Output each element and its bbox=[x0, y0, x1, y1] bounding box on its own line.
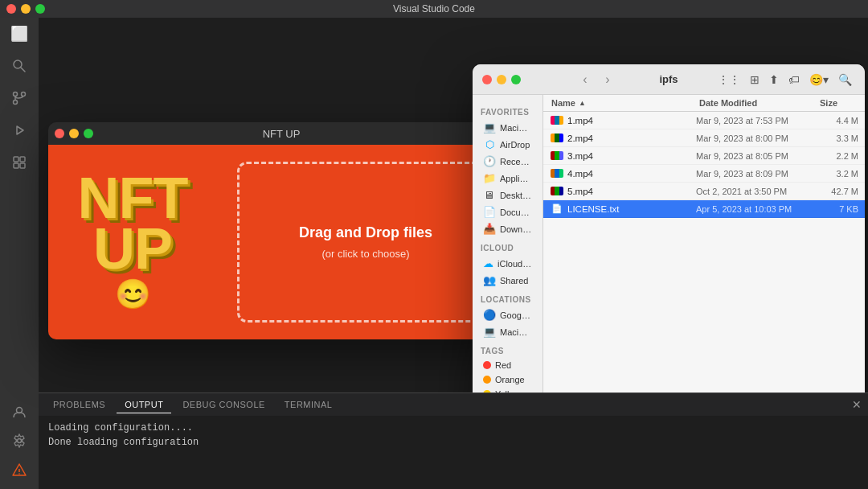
sidebar-item-tag-red[interactable]: Red bbox=[475, 358, 540, 372]
size-column-header[interactable]: Size bbox=[817, 98, 865, 108]
video-thumb-3 bbox=[550, 149, 564, 163]
icloud-drive-icon: ☁ bbox=[483, 257, 493, 269]
panel-tab-output[interactable]: OUTPUT bbox=[117, 397, 171, 413]
downloads-icon: 📥 bbox=[483, 223, 496, 235]
video-thumb-2 bbox=[550, 131, 564, 146]
sidebar-item-google-drive[interactable]: 🔵 Google Drive bbox=[475, 306, 540, 323]
sidebar-item-macintosh[interactable]: 💻 Macintosh... bbox=[475, 119, 540, 136]
finder-share-button[interactable]: ⬆ bbox=[766, 72, 782, 88]
finder-view-options-button[interactable]: ⋮⋮ bbox=[714, 72, 743, 88]
sidebar-item-downloads[interactable]: 📥 Downloads bbox=[475, 220, 540, 237]
activity-source-control-icon[interactable] bbox=[10, 88, 29, 108]
vscode-bottom-panel: PROBLEMS OUTPUT DEBUG CONSOLE TERMINAL ✕… bbox=[39, 392, 868, 489]
sidebar-item-tag-orange[interactable]: Orange bbox=[475, 372, 540, 387]
file-row-3mp4[interactable]: 3.mp4 Mar 9, 2023 at 8:05 PM 2.2 M bbox=[543, 147, 865, 165]
file-row-5mp4[interactable]: 5.mp4 Oct 2, 2021 at 3:50 PM 42.7 M bbox=[543, 183, 865, 200]
finder-nav-buttons: ‹ › bbox=[575, 70, 617, 89]
modified-column-header[interactable]: Date Modified bbox=[696, 98, 817, 108]
sidebar-item-desktop[interactable]: 🖥 Desktop bbox=[475, 187, 540, 203]
video-thumb-5 bbox=[550, 184, 564, 199]
finder-tag-button[interactable]: 🏷 bbox=[785, 72, 803, 88]
panel-tab-terminal[interactable]: TERMINAL bbox=[276, 397, 341, 413]
shared-icon: 👥 bbox=[483, 274, 496, 286]
drop-zone-sub-text: (or click to choose) bbox=[321, 248, 409, 260]
nftup-dropzone-area[interactable]: Drag and Drop files (or click to choose) bbox=[217, 145, 514, 339]
panel-tab-problems[interactable]: PROBLEMS bbox=[45, 397, 113, 413]
finder-title: ipfs bbox=[659, 73, 678, 85]
file-row-4mp4[interactable]: 4.mp4 Mar 9, 2023 at 8:09 PM 3.2 M bbox=[543, 165, 865, 183]
svg-point-3 bbox=[14, 101, 18, 105]
vscode-traffic-lights bbox=[6, 4, 45, 14]
drop-zone-main-text: Drag and Drop files bbox=[299, 224, 432, 241]
finder-view-toggle-button[interactable]: ⊞ bbox=[747, 72, 763, 88]
sidebar-item-icloud-drive[interactable]: ☁ iCloud Drive bbox=[475, 255, 540, 272]
applications-icon: 📁 bbox=[483, 172, 496, 184]
finder-minimize-button[interactable] bbox=[497, 75, 506, 84]
nftup-close-button[interactable] bbox=[55, 129, 64, 138]
activity-warning-icon[interactable] bbox=[10, 460, 29, 479]
airdrop-icon: ⬡ bbox=[483, 138, 496, 150]
recents-icon: 🕐 bbox=[483, 155, 496, 167]
close-button[interactable] bbox=[6, 4, 16, 14]
nftup-logo-area: NFT UP 😊 bbox=[48, 145, 217, 339]
applications-label: Applications bbox=[500, 174, 532, 183]
finder-close-button[interactable] bbox=[482, 75, 492, 84]
svg-point-4 bbox=[22, 92, 26, 97]
nftup-traffic-lights bbox=[55, 129, 93, 138]
video-thumb-4 bbox=[550, 166, 564, 181]
finder-toolbar: ⋮⋮ ⊞ ⬆ 🏷 😊▾ 🔍 bbox=[714, 72, 855, 88]
macintosh-2-icon: 💻 bbox=[483, 326, 496, 338]
finder-back-button[interactable]: ‹ bbox=[575, 70, 595, 89]
file-row-1mp4[interactable]: 1.mp4 Mar 9, 2023 at 7:53 PM 4.4 M bbox=[543, 112, 865, 129]
sidebar-item-documents[interactable]: 📄 Documents bbox=[475, 203, 540, 220]
minimize-button[interactable] bbox=[21, 4, 31, 14]
vscode-titlebar: Visual Studio Code bbox=[0, 0, 868, 18]
video-thumb-1 bbox=[550, 113, 564, 128]
finder-search-button[interactable]: 🔍 bbox=[835, 72, 855, 88]
finder-traffic-lights bbox=[482, 75, 521, 84]
documents-icon: 📄 bbox=[483, 206, 496, 218]
vscode-title: Visual Studio Code bbox=[393, 3, 475, 14]
output-line-1: Loading configuration.... bbox=[48, 421, 858, 435]
orange-tag-dot bbox=[483, 376, 491, 384]
nftup-maximize-button[interactable] bbox=[84, 129, 93, 138]
nftup-minimize-button[interactable] bbox=[69, 129, 79, 138]
file-drop-zone[interactable]: Drag and Drop files (or click to choose) bbox=[237, 162, 494, 323]
activity-search-icon[interactable] bbox=[10, 56, 29, 76]
file-row-license[interactable]: 📄 LICENSE.txt Apr 5, 2023 at 10:03 PM 7 … bbox=[543, 200, 865, 218]
activity-bar: ⬜ bbox=[0, 18, 39, 489]
activity-debug-icon[interactable] bbox=[10, 121, 29, 140]
finder-more-button[interactable]: 😊▾ bbox=[806, 72, 832, 88]
svg-line-1 bbox=[21, 68, 25, 72]
nftup-title: NFT UP bbox=[263, 128, 301, 140]
sidebar-item-applications[interactable]: 📁 Applications bbox=[475, 170, 540, 187]
maximize-button[interactable] bbox=[35, 4, 45, 14]
sidebar-item-macintosh-2[interactable]: 💻 Macintosh... bbox=[475, 323, 540, 340]
activity-explorer-icon[interactable]: ⬜ bbox=[10, 24, 29, 43]
activity-extensions-icon[interactable] bbox=[10, 153, 29, 172]
finder-forward-button[interactable]: › bbox=[598, 70, 617, 89]
panel-tab-debug-console[interactable]: DEBUG CONSOLE bbox=[174, 397, 272, 413]
name-column-header[interactable]: Name ▲ bbox=[543, 98, 696, 108]
locations-label: Locations bbox=[473, 289, 542, 306]
activity-bar-bottom bbox=[10, 402, 29, 489]
sidebar-item-recents[interactable]: 🕐 Recents bbox=[475, 153, 540, 170]
svg-point-15 bbox=[18, 473, 20, 475]
nftup-body: NFT UP 😊 Drag and Drop files (or click t… bbox=[48, 145, 514, 339]
sidebar-item-airdrop[interactable]: ⬡ AirDrop bbox=[475, 136, 540, 153]
file-row-2mp4[interactable]: 2.mp4 Mar 9, 2023 at 8:00 PM 3.3 M bbox=[543, 129, 865, 147]
activity-settings-icon[interactable] bbox=[10, 431, 29, 450]
red-tag-dot bbox=[483, 361, 491, 369]
google-drive-icon: 🔵 bbox=[483, 309, 496, 321]
panel-tabs: PROBLEMS OUTPUT DEBUG CONSOLE TERMINAL ✕ bbox=[39, 393, 868, 416]
favorites-label: Favorites bbox=[473, 101, 542, 119]
nftup-window: NFT UP NFT UP 😊 Drag and Drop files (or … bbox=[48, 122, 514, 339]
svg-rect-8 bbox=[20, 157, 25, 162]
panel-close-button[interactable]: ✕ bbox=[852, 398, 862, 411]
activity-account-icon[interactable] bbox=[10, 402, 29, 421]
svg-rect-10 bbox=[20, 163, 25, 168]
finder-maximize-button[interactable] bbox=[511, 75, 521, 84]
output-line-2: Done loading configuration bbox=[48, 435, 858, 450]
finder-titlebar: ‹ › ipfs ⋮⋮ ⊞ ⬆ 🏷 😊▾ 🔍 bbox=[473, 64, 865, 95]
sidebar-item-shared[interactable]: 👥 Shared bbox=[475, 272, 540, 289]
